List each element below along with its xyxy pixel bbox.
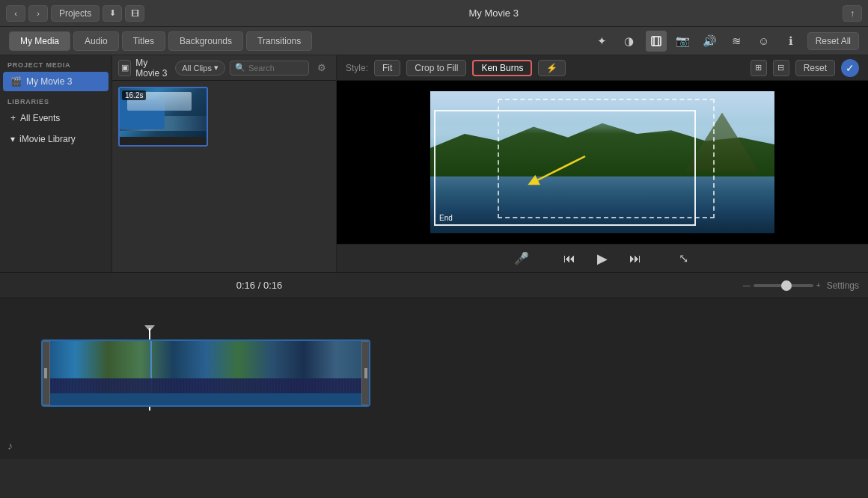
auto-button[interactable]: ⚡ [538, 60, 566, 76]
settings-icon[interactable]: ⚙ [314, 60, 330, 76]
clip-duration: 16.2s [122, 90, 146, 100]
search-icon: 🔍 [235, 63, 245, 73]
libraries-label: LIBRARIES [0, 92, 111, 108]
search-box[interactable]: 🔍 [230, 61, 309, 76]
media-browser-header: ▣ My Movie 3 All Clips ▾ 🔍 ⚙ [112, 55, 336, 81]
reset-all-button[interactable]: Reset All [807, 32, 859, 50]
crop-icon[interactable] [646, 31, 667, 52]
svg-line-3 [533, 156, 585, 182]
sidebar-item-all-events[interactable]: + All Events [3, 108, 109, 128]
tab-my-media[interactable]: My Media [9, 31, 70, 51]
ken-burns-end-frame[interactable]: End [434, 110, 696, 226]
media-browser: ▣ My Movie 3 All Clips ▾ 🔍 ⚙ 16.2s [112, 55, 337, 272]
add-clip-button[interactable]: ⬇ [103, 5, 122, 22]
speed-icon[interactable]: ≋ [727, 31, 748, 52]
thumb-bottom [120, 137, 207, 147]
zoom-slider[interactable]: — + [743, 281, 821, 289]
filmstrip-button[interactable]: 🎞 [125, 5, 144, 22]
style-controls-bar: Style: Fit Crop to Fill Ken Burns ⚡ ⊞ ⊟ … [337, 55, 868, 81]
auto-icon: ⚡ [546, 63, 557, 73]
reset-button[interactable]: Reset [795, 60, 835, 76]
music-icon: ♪ [7, 440, 13, 452]
all-events-label: All Events [20, 113, 60, 123]
tab-audio[interactable]: Audio [73, 31, 119, 51]
fullscreen-button[interactable]: ⤡ [673, 248, 694, 269]
share-icon: ↑ [850, 8, 855, 19]
camera-icon[interactable]: 📷 [673, 31, 694, 52]
stabilization-icon[interactable]: ☺ [754, 31, 774, 52]
tab-backgrounds[interactable]: Backgrounds [168, 31, 243, 51]
play-button[interactable]: ▶ [592, 248, 613, 269]
triangle-icon: ▾ [10, 134, 15, 144]
total-time: 0:16 [263, 280, 282, 291]
preview-container: End [430, 91, 774, 233]
nav-back-button[interactable]: ‹ [6, 5, 25, 22]
frame-toggle-button[interactable]: ⊟ [773, 60, 789, 76]
info-icon[interactable]: ℹ [780, 31, 801, 52]
projects-button[interactable]: Projects [51, 5, 100, 22]
play-icon: ▶ [597, 250, 608, 267]
magic-wand-icon[interactable]: ✦ [592, 31, 613, 52]
mic-button[interactable]: 🎤 [511, 248, 532, 269]
media-grid: 16.2s [112, 81, 336, 153]
timeline-time: 0:16 / 0:16 [236, 280, 282, 291]
share-button[interactable]: ↑ [843, 5, 862, 22]
timeline-settings: — + Settings [743, 280, 859, 291]
crop-to-fill-button[interactable]: Crop to Fill [406, 60, 466, 76]
tool-icons: ✦ ◑ 📷 🔊 ≋ ☺ ℹ Reset All [592, 31, 859, 52]
audio-icon[interactable]: 🔊 [700, 31, 721, 52]
preview-panel: Style: Fit Crop to Fill Ken Burns ⚡ ⊞ ⊟ … [337, 55, 868, 272]
settings-label: Settings [827, 280, 859, 291]
main-content: PROJECT MEDIA 🎬 My Movie 3 LIBRARIES + A… [0, 55, 868, 272]
top-bar: ‹ › Projects ⬇ 🎞 My Movie 3 ↑ [0, 0, 868, 27]
ken-burns-button[interactable]: Ken Burns [472, 60, 532, 76]
confirm-button[interactable]: ✓ [841, 59, 859, 77]
clip-thumbnail[interactable]: 16.2s [118, 87, 208, 147]
slider-track[interactable] [754, 284, 813, 287]
direction-arrow [510, 149, 608, 190]
trim-handle-right[interactable] [361, 341, 370, 405]
film-icon: 🎬 [10, 76, 22, 87]
skip-forward-button[interactable]: ⏭ [625, 248, 646, 269]
timeline-section: 0:16 / 0:16 — + Settings [0, 272, 868, 459]
browser-title: My Movie 3 [135, 58, 171, 79]
media-tabs: My Media Audio Titles Backgrounds Transi… [9, 31, 314, 51]
svg-rect-0 [652, 37, 661, 46]
color-correction-icon[interactable]: ◑ [619, 31, 640, 52]
chevron-down-icon: ▾ [214, 63, 218, 73]
timeline-track[interactable] [41, 339, 370, 407]
skip-back-button[interactable]: ⏮ [559, 248, 580, 269]
slider-thumb[interactable] [781, 280, 792, 291]
boat-shape [120, 99, 165, 129]
fullscreen-icon: ⤡ [679, 251, 688, 265]
project-media-label: PROJECT MEDIA [0, 55, 111, 71]
all-clips-dropdown[interactable]: All Clips ▾ [175, 61, 225, 76]
trim-handle-left[interactable] [41, 341, 50, 405]
mic-icon: 🎤 [514, 251, 529, 265]
track-inner [43, 341, 369, 393]
toggle-view-button[interactable]: ▣ [118, 60, 131, 76]
tab-transitions[interactable]: Transitions [246, 31, 312, 51]
time-separator: / [258, 280, 263, 291]
tab-titles[interactable]: Titles [122, 31, 165, 51]
plus-icon: + [10, 113, 16, 123]
playback-controls: 🎤 ⏮ ▶ ⏭ ⤡ [337, 244, 868, 272]
skip-back-icon: ⏮ [563, 252, 575, 265]
video-preview-area: End [337, 81, 868, 244]
timeline-body: ♪ [0, 298, 868, 459]
sidebar-item-imovie-library[interactable]: ▾ iMovie Library [3, 129, 109, 149]
view-toggle-button[interactable]: ⊞ [751, 60, 767, 76]
end-label: End [439, 214, 453, 222]
audio-waveform [43, 378, 369, 393]
timeline-header: 0:16 / 0:16 — + Settings [0, 273, 868, 298]
clip-divider [150, 341, 152, 393]
zoom-in-icon: + [816, 281, 821, 289]
fit-button[interactable]: Fit [374, 60, 400, 76]
nav-forward-button[interactable]: › [28, 5, 48, 22]
sidebar-item-my-movie[interactable]: 🎬 My Movie 3 [3, 72, 109, 91]
window-title: My Movie 3 [150, 7, 837, 19]
zoom-out-icon: — [743, 281, 751, 289]
skip-fwd-icon: ⏭ [629, 252, 641, 265]
search-input[interactable] [248, 64, 304, 73]
imovie-library-label: iMovie Library [19, 134, 76, 144]
